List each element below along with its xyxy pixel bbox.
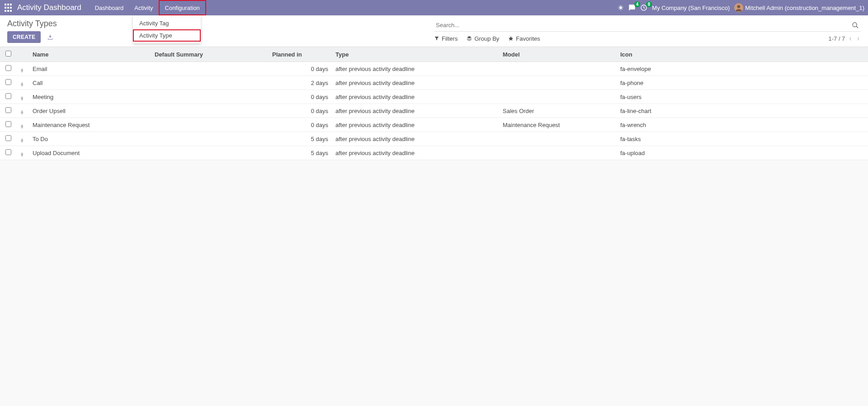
user-menu[interactable]: Mitchell Admin (construction_management_… bbox=[734, 3, 864, 12]
cell-name: Maintenance Request bbox=[28, 118, 150, 132]
cell-type: after previous activity deadline bbox=[331, 118, 498, 132]
cell-summary bbox=[150, 118, 268, 132]
table-row[interactable]: ▴▾Order Upsell0 daysafter previous activ… bbox=[0, 104, 868, 118]
drag-handle-icon[interactable]: ▴▾ bbox=[21, 110, 24, 114]
row-checkbox[interactable] bbox=[5, 65, 11, 71]
funnel-icon bbox=[434, 36, 439, 41]
search-input[interactable] bbox=[434, 19, 850, 31]
download-icon bbox=[47, 34, 53, 40]
cell-summary bbox=[150, 62, 268, 76]
cell-type: after previous activity deadline bbox=[331, 146, 498, 160]
dropdown-activity-tag[interactable]: Activity Tag bbox=[133, 17, 201, 29]
row-checkbox[interactable] bbox=[5, 93, 11, 99]
cell-icon: fa-wrench bbox=[616, 118, 868, 132]
cell-name: Order Upsell bbox=[28, 104, 150, 118]
cell-name: Upload Document bbox=[28, 146, 150, 160]
cell-summary bbox=[150, 104, 268, 118]
cell-icon: fa-users bbox=[616, 90, 868, 104]
filters-button[interactable]: Filters bbox=[434, 35, 458, 42]
search-icon[interactable] bbox=[850, 20, 861, 31]
messages-icon[interactable]: 4 bbox=[628, 4, 636, 11]
cell-model bbox=[498, 62, 616, 76]
cell-name: Email bbox=[28, 62, 150, 76]
cell-type: after previous activity deadline bbox=[331, 76, 498, 90]
top-navbar: Activity Dashboard Dashboard Activity Co… bbox=[0, 0, 868, 15]
col-icon[interactable]: Icon bbox=[616, 47, 868, 62]
cell-icon: fa-line-chart bbox=[616, 104, 868, 118]
pager-next[interactable]: › bbox=[856, 34, 861, 42]
app-brand[interactable]: Activity Dashboard bbox=[17, 3, 81, 12]
cell-model bbox=[498, 76, 616, 90]
cell-type: after previous activity deadline bbox=[331, 104, 498, 118]
drag-handle-icon[interactable]: ▴▾ bbox=[21, 82, 24, 86]
drag-handle-icon[interactable]: ▴▾ bbox=[21, 124, 24, 128]
row-checkbox[interactable] bbox=[5, 121, 11, 127]
star-icon bbox=[508, 36, 514, 41]
cell-name: Call bbox=[28, 76, 150, 90]
pager-prev[interactable]: ‹ bbox=[848, 34, 853, 42]
breadcrumb: Activity Types bbox=[7, 19, 434, 28]
cell-planned: 0 days bbox=[268, 104, 331, 118]
activities-icon[interactable]: 8 bbox=[640, 4, 647, 11]
control-panel: Activity Types CREATE Filters bbox=[0, 15, 868, 47]
cell-planned: 0 days bbox=[268, 90, 331, 104]
debug-icon[interactable] bbox=[618, 5, 624, 11]
cell-model bbox=[498, 132, 616, 146]
apps-icon[interactable] bbox=[4, 3, 13, 12]
cell-planned: 0 days bbox=[268, 118, 331, 132]
nav-dashboard[interactable]: Dashboard bbox=[90, 0, 129, 15]
create-button[interactable]: CREATE bbox=[7, 31, 41, 43]
row-checkbox[interactable] bbox=[5, 149, 11, 155]
favorites-button[interactable]: Favorites bbox=[508, 35, 540, 42]
cell-name: Meeting bbox=[28, 90, 150, 104]
cell-planned: 5 days bbox=[268, 132, 331, 146]
activities-badge: 8 bbox=[646, 1, 652, 7]
col-model[interactable]: Model bbox=[498, 47, 616, 62]
dropdown-activity-type[interactable]: Activity Type bbox=[133, 29, 201, 42]
cell-icon: fa-tasks bbox=[616, 132, 868, 146]
drag-handle-icon[interactable]: ▴▾ bbox=[21, 68, 24, 72]
pager: 1-7 / 7 ‹ › bbox=[828, 34, 861, 42]
col-type[interactable]: Type bbox=[331, 47, 498, 62]
drag-handle-icon[interactable]: ▴▾ bbox=[21, 152, 24, 156]
svg-point-4 bbox=[853, 23, 857, 27]
user-name: Mitchell Admin (construction_management_… bbox=[745, 5, 864, 11]
drag-handle-icon[interactable]: ▴▾ bbox=[21, 96, 24, 100]
select-all-checkbox[interactable] bbox=[5, 51, 11, 57]
layers-icon bbox=[467, 36, 472, 41]
col-planned[interactable]: Planned in bbox=[268, 47, 331, 62]
import-button[interactable] bbox=[44, 32, 56, 42]
configuration-dropdown: Activity Tag Activity Type bbox=[133, 15, 201, 43]
col-summary[interactable]: Default Summary bbox=[150, 47, 268, 62]
table-row[interactable]: ▴▾Maintenance Request0 daysafter previou… bbox=[0, 118, 868, 132]
table-row[interactable]: ▴▾Upload Document5 daysafter previous ac… bbox=[0, 146, 868, 160]
cell-planned: 5 days bbox=[268, 146, 331, 160]
cell-icon: fa-upload bbox=[616, 146, 868, 160]
groupby-button[interactable]: Group By bbox=[467, 35, 499, 42]
cell-model: Maintenance Request bbox=[498, 118, 616, 132]
drag-handle-icon[interactable]: ▴▾ bbox=[21, 138, 24, 142]
table-row[interactable]: ▴▾Call2 daysafter previous activity dead… bbox=[0, 76, 868, 90]
row-checkbox[interactable] bbox=[5, 79, 11, 85]
table-row[interactable]: ▴▾Email0 daysafter previous activity dea… bbox=[0, 62, 868, 76]
pager-range[interactable]: 1-7 / 7 bbox=[828, 35, 845, 42]
cell-summary bbox=[150, 76, 268, 90]
company-switcher[interactable]: My Company (San Francisco) bbox=[652, 5, 730, 11]
row-checkbox[interactable] bbox=[5, 135, 11, 141]
table-row[interactable]: ▴▾To Do5 daysafter previous activity dea… bbox=[0, 132, 868, 146]
row-checkbox[interactable] bbox=[5, 107, 11, 113]
avatar bbox=[734, 3, 743, 12]
cell-icon: fa-envelope bbox=[616, 62, 868, 76]
svg-point-0 bbox=[619, 6, 622, 9]
table-row[interactable]: ▴▾Meeting0 daysafter previous activity d… bbox=[0, 90, 868, 104]
cell-type: after previous activity deadline bbox=[331, 62, 498, 76]
cell-summary bbox=[150, 132, 268, 146]
cell-summary bbox=[150, 146, 268, 160]
nav-configuration[interactable]: Configuration bbox=[159, 0, 206, 15]
svg-point-3 bbox=[737, 5, 741, 8]
col-name[interactable]: Name bbox=[28, 47, 150, 62]
cell-name: To Do bbox=[28, 132, 150, 146]
list-view: Name Default Summary Planned in Type Mod… bbox=[0, 47, 868, 160]
nav-activity[interactable]: Activity bbox=[129, 0, 158, 15]
cell-model bbox=[498, 90, 616, 104]
